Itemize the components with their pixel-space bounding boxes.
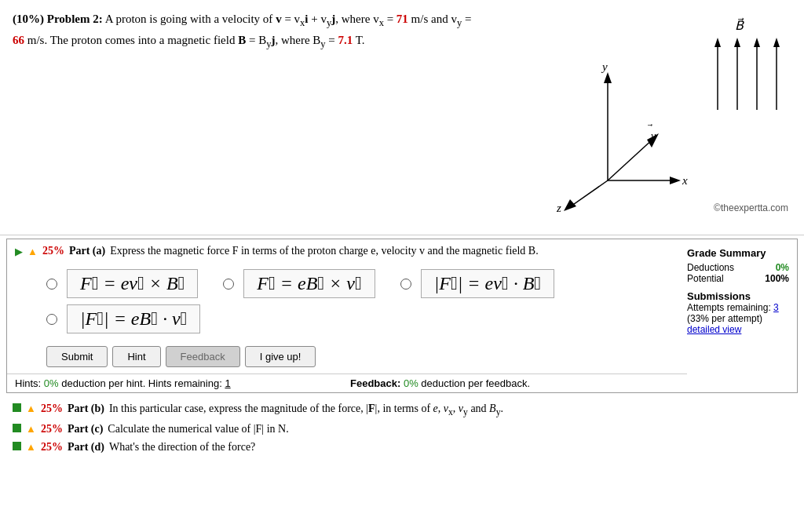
bfield-diagram: B⃗	[694, 16, 788, 118]
part-c-text: Calculate the numerical value of |F| in …	[108, 423, 791, 435]
part-d-warning-icon: ▲	[26, 441, 36, 454]
coordinate-diagram: y x z ⃗ v	[553, 55, 694, 212]
svg-text:⃗: ⃗	[647, 124, 652, 126]
option-1-formula[interactable]: F⃗ = ev⃗ × B⃗	[67, 269, 198, 298]
hints-label: Hints:	[15, 377, 41, 389]
svg-marker-2	[714, 38, 721, 47]
option-2-radio[interactable]	[223, 279, 234, 290]
svg-marker-16	[564, 199, 576, 211]
part-b-square-icon	[13, 403, 21, 412]
part-a-text: Express the magnetic force F in terms of…	[110, 245, 679, 257]
option-3-radio[interactable]	[400, 279, 411, 290]
part-a-with-grade: ▶ ▲ 25% Part (a) Express the magnetic fo…	[7, 239, 797, 392]
detailed-view-link[interactable]: detailed view	[687, 324, 789, 335]
play-icon: ▶	[15, 246, 23, 258]
part-d-label: Part (d)	[68, 441, 104, 454]
svg-marker-4	[734, 38, 740, 47]
part-c-label: Part (c)	[68, 423, 103, 435]
svg-marker-8	[773, 38, 780, 47]
potential-row: Potential 100%	[687, 273, 789, 284]
part-a-header: ▶ ▲ 25% Part (a) Express the magnetic fo…	[7, 239, 687, 263]
grade-summary-title: Grade Summary	[687, 247, 789, 259]
problem-weight: (10%) Problem 2:	[13, 13, 103, 25]
svg-line-15	[568, 180, 608, 208]
option-1-radio[interactable]	[46, 279, 57, 290]
option-2-formula[interactable]: F⃗ = eB⃗ × v⃗	[243, 269, 375, 298]
options-grid: F⃗ = ev⃗ × B⃗ F⃗ = eB⃗ × v⃗ |F	[7, 263, 687, 340]
option-4-radio[interactable]	[46, 314, 57, 325]
svg-marker-13	[670, 177, 681, 184]
hint-button[interactable]: Hint	[112, 346, 160, 367]
diagram-container: B⃗ y x z	[545, 8, 796, 228]
svg-marker-6	[754, 38, 760, 47]
hints-feedback-row: Hints: 0% deduction per hint. Hints rema…	[7, 373, 687, 392]
part-c-square-icon	[13, 424, 21, 432]
hints-pct: 0%	[44, 377, 59, 389]
potential-label: Potential	[687, 273, 724, 284]
svg-marker-10	[604, 72, 612, 83]
feedback-rest: deduction per feedback.	[421, 377, 530, 389]
submissions-title: Submissions	[687, 290, 789, 302]
feedback-button[interactable]: Feedback	[166, 346, 240, 367]
svg-text:B⃗: B⃗	[735, 17, 744, 32]
option-3-formula[interactable]: |F⃗| = ev⃗ · B⃗	[421, 269, 554, 298]
part-c-percent: 25%	[41, 423, 63, 435]
feedback-pct: 0%	[404, 377, 418, 389]
attempts-row: Attempts remaining: 3	[687, 302, 789, 313]
give-up-button[interactable]: I give up!	[245, 346, 316, 367]
submit-button[interactable]: Submit	[46, 346, 108, 367]
part-d-square-icon	[13, 442, 21, 450]
feedback-label: Feedback:	[350, 377, 400, 389]
part-b-label: Part (b)	[68, 403, 104, 415]
option-4-formula[interactable]: |F⃗| = eB⃗ · v⃗	[67, 304, 200, 333]
part-d-text: What's the direction of the force?	[109, 441, 791, 454]
deductions-row: Deductions 0%	[687, 262, 789, 273]
submissions-section: Submissions Attempts remaining: 3 (33% p…	[687, 290, 789, 335]
deductions-value: 0%	[776, 262, 789, 273]
part-c-row: ▲ 25% Part (c) Calculate the numerical v…	[13, 420, 791, 438]
options-row-2: |F⃗| = eB⃗ · v⃗	[46, 304, 663, 333]
bottom-parts: ▲ 25% Part (b) In this particular case, …	[0, 396, 804, 459]
problem-description-2: 66 m/s. The proton comes into a magnetic…	[13, 34, 365, 46]
problem-text: (10%) Problem 2: A proton is going with …	[13, 9, 499, 52]
svg-text:z: z	[556, 202, 561, 212]
part-b-text: In this particular case, express the mag…	[109, 403, 791, 417]
hints-left: Hints: 0% deduction per hint. Hints rema…	[15, 377, 344, 389]
hints-remaining[interactable]: 1	[225, 377, 230, 389]
attempts-value[interactable]: 3	[773, 302, 779, 313]
warning-icon: ▲	[27, 246, 38, 258]
grade-summary: Grade Summary Deductions 0% Potential 10…	[687, 239, 797, 392]
part-a-percent: 25%	[42, 245, 64, 257]
hints-mid: deduction per hint. Hints remaining:	[61, 377, 222, 389]
copyright-text: ©theexpertta.com	[714, 202, 788, 213]
potential-value: 100%	[765, 273, 789, 284]
per-attempt: (33% per attempt)	[687, 313, 789, 324]
part-b-percent: 25%	[41, 403, 63, 415]
svg-line-18	[608, 137, 655, 180]
part-d-percent: 25%	[41, 441, 63, 454]
part-b-warning-icon: ▲	[26, 403, 36, 415]
svg-text:x: x	[682, 174, 688, 187]
part-a-container: ▶ ▲ 25% Part (a) Express the magnetic fo…	[6, 239, 798, 393]
part-d-row: ▲ 25% Part (d) What's the direction of t…	[13, 438, 791, 456]
part-a-label: Part (a)	[69, 245, 105, 257]
hints-right: Feedback: 0% deduction per feedback.	[350, 377, 679, 389]
svg-text:y: y	[601, 60, 608, 73]
problem-description: A proton is going with a velocity of v =…	[105, 13, 472, 25]
buttons-row: Submit Hint Feedback I give up!	[7, 340, 687, 373]
part-a-left: ▶ ▲ 25% Part (a) Express the magnetic fo…	[7, 239, 687, 392]
part-c-warning-icon: ▲	[26, 423, 36, 435]
part-b-row: ▲ 25% Part (b) In this particular case, …	[13, 399, 791, 420]
problem-section: (10%) Problem 2: A proton is going with …	[0, 0, 804, 235]
options-row-1: F⃗ = ev⃗ × B⃗ F⃗ = eB⃗ × v⃗ |F	[46, 269, 663, 298]
svg-text:v: v	[651, 130, 656, 142]
deductions-label: Deductions	[687, 262, 734, 273]
attempts-label: Attempts remaining:	[687, 302, 771, 313]
